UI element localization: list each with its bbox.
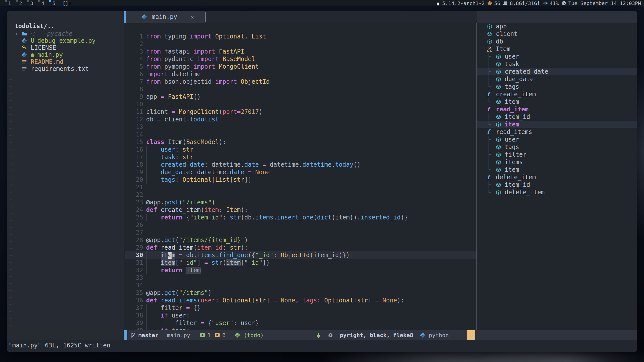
code-text: task: str [146, 154, 193, 161]
tree-connector: └ [487, 98, 496, 106]
line-number: 10 [125, 101, 144, 108]
code-line-11[interactable]: 11client = MongoClient(port=27017) [125, 108, 476, 116]
code-line-8[interactable]: 8 [125, 85, 476, 93]
workspace-2[interactable]: 2 [16, 0, 22, 6]
symbol-item-user[interactable]: ├user [477, 53, 637, 60]
tab-bar: main.py ✕ [124, 11, 637, 23]
file-item-README.md[interactable]: README.md [7, 58, 124, 65]
folder-chevron-icon[interactable]: › [15, 30, 22, 37]
symbol-item-filter[interactable]: ├filter [477, 151, 637, 158]
code-line-39[interactable]: 39 filter = {"user": user} [125, 319, 476, 327]
code-line-16[interactable]: 16 user: str [125, 146, 476, 153]
code-line-30[interactable]: 30 item = db.items.find_one({"_id": Obje… [125, 251, 476, 259]
code-line-9[interactable]: 9app = FastAPI() [125, 93, 476, 101]
code-line-14[interactable]: 14 [125, 131, 476, 138]
code-line-35[interactable]: 35@app.get("/items") [125, 289, 476, 297]
code-line-38[interactable]: 38 if user: [125, 312, 476, 319]
symbol-label: created_date [505, 68, 548, 75]
workspace-4[interactable]: 4 [38, 0, 44, 6]
symbol-item-read_items[interactable]: fread_items [477, 128, 637, 136]
code-line-28[interactable]: 28@app.get("/items/{item_id}") [125, 236, 476, 244]
indent-guide [146, 161, 147, 168]
symbol-item-user[interactable]: ├user [477, 136, 637, 143]
symbol-item-delete_item[interactable]: fdelete_item [477, 173, 637, 181]
code-line-4[interactable]: 4from pydantic import BaseModel [125, 55, 476, 63]
symbol-item-delete_item[interactable]: └delete_item [477, 189, 637, 196]
code-line-31[interactable]: 31 item["_id"] = str(item["_id"]) [125, 259, 476, 266]
symbol-item-app[interactable]: app [477, 23, 637, 30]
code-line-36[interactable]: 36def read_items(user: Optional[str] = N… [125, 297, 476, 304]
symbol-item-item_id[interactable]: ├item_id [477, 113, 637, 121]
file-item-debug_example.py[interactable]: Udebug_example.py [7, 37, 124, 44]
virtualenv-name: (todo) [244, 332, 264, 338]
code-line-19[interactable]: 19 due_date: datetime.date = None [125, 168, 476, 176]
code-line-23[interactable]: 23@app.post("/items") [125, 199, 476, 206]
code-line-12[interactable]: 12db = client.todolist [125, 116, 476, 123]
code-line-7[interactable]: 7from bson.objectid import ObjectId [125, 78, 476, 85]
symbol-item-client[interactable]: client [477, 30, 637, 38]
code-line-29[interactable]: 29def read_item(item_id: str): [125, 244, 476, 251]
indent-guide [146, 312, 147, 319]
code-line-2[interactable]: 2 [125, 40, 476, 48]
line-number: 16 [125, 146, 144, 153]
code-line-34[interactable]: 34 [125, 282, 476, 289]
indent-guide [146, 146, 147, 153]
code-line-32[interactable]: 32 return item [125, 266, 476, 274]
symbol-item-item_id[interactable]: ├item_id [477, 181, 637, 189]
code-line-13[interactable]: 13 [125, 123, 476, 131]
code-line-15[interactable]: 15class Item(BaseModel): [125, 138, 476, 146]
workspace-1[interactable]: 1 [5, 0, 11, 6]
code-line-20[interactable]: 20 tags: Optional[List[str]] [125, 176, 476, 184]
symbol-item-tags[interactable]: ├tags [477, 143, 637, 151]
workspace-5[interactable]: 5 [49, 0, 55, 6]
line-number: 19 [125, 168, 144, 176]
symbol-item-task[interactable]: ├task [477, 60, 637, 68]
symbol-label: Item [496, 45, 510, 53]
file-item-LICENSE[interactable]: LICENSE [7, 44, 124, 51]
virtualenv-icon [235, 332, 240, 338]
symbol-item-item[interactable]: └item [477, 121, 637, 128]
symbol-label: item [505, 121, 519, 128]
tab-close-icon[interactable]: ✕ [191, 14, 194, 20]
symbol-label: filter [505, 151, 527, 158]
symbols-outline-panel[interactable]: appclientdbItem├user├task├created_date├d… [477, 23, 637, 330]
symbol-item-created_date[interactable]: ├created_date [477, 68, 637, 75]
code-line-21[interactable]: 21 [125, 184, 476, 191]
symbol-item-tags[interactable]: └tags [477, 83, 637, 90]
tab-main-py[interactable]: main.py ✕ [126, 11, 205, 23]
layout-symbol[interactable]: []= [62, 0, 71, 6]
file-explorer-panel[interactable]: todolist/.. ›__pycache__Udebug_example.p… [7, 11, 124, 330]
code-line-5[interactable]: 5from pymongo import MongoClient [125, 63, 476, 70]
code-line-17[interactable]: 17 task: str [125, 153, 476, 161]
code-line-24[interactable]: 24def create_item(item: Item): [125, 206, 476, 214]
workspace-3[interactable]: 3 [27, 0, 33, 6]
symbol-item-item[interactable]: └item [477, 98, 637, 106]
code-line-6[interactable]: 6import datetime [125, 70, 476, 78]
code-line-10[interactable]: 10 [125, 101, 476, 108]
code-line-25[interactable]: 25 return {"item_id": str(db.items.inser… [125, 214, 476, 221]
code-line-27[interactable]: 27 [125, 229, 476, 236]
symbol-item-items[interactable]: ├items [477, 158, 637, 166]
file-tree-root[interactable]: todolist/.. [7, 11, 124, 30]
symbol-item-Item[interactable]: Item [477, 45, 637, 53]
code-editor[interactable]: 1from typing import Optional, List23from… [125, 23, 476, 330]
code-line-3[interactable]: 3from fastapi import FastAPI [125, 48, 476, 55]
code-line-1[interactable]: 1from typing import Optional, List [125, 33, 476, 40]
file-item-requirements.txt[interactable]: requirements.txt [7, 65, 124, 72]
symbol-label: item_id [505, 181, 530, 189]
code-line-33[interactable]: 33 [125, 274, 476, 282]
symbol-item-due_date[interactable]: ├due_date [477, 75, 637, 83]
code-line-22[interactable]: 22 [125, 191, 476, 199]
symbol-item-read_item[interactable]: fread_item [477, 106, 637, 113]
code-text: filter = {"user": user} [146, 320, 259, 327]
symbol-item-item[interactable]: └item [477, 166, 637, 173]
code-line-37[interactable]: 37 filter = {} [125, 304, 476, 312]
line-number: 5 [125, 63, 144, 70]
code-line-26[interactable]: 26 [125, 221, 476, 229]
symbol-item-db[interactable]: db [477, 38, 637, 45]
file-item-__pycache__[interactable]: ›__pycache__ [7, 30, 124, 37]
symbol-item-create_item[interactable]: fcreate_item [477, 90, 637, 98]
file-item-main.py[interactable]: ●main.py [7, 51, 124, 58]
code-line-18[interactable]: 18 created_date: datetime.date = datetim… [125, 161, 476, 168]
symbol-label: items [505, 158, 523, 166]
